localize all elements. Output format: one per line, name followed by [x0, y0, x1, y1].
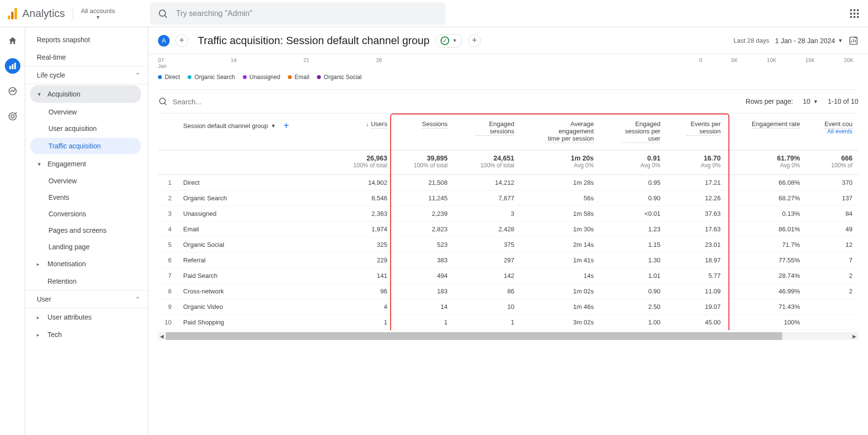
y-axis-tick: 15K [805, 57, 815, 63]
table-row[interactable]: 8Cross-network96183861m 02s0.9011.0946.9… [158, 284, 858, 299]
search-icon [158, 97, 168, 106]
table-wrapper: Session default channel group ▼ + ↓Users… [158, 113, 858, 330]
col-engagement-rate[interactable]: Engagement rate [726, 113, 806, 150]
chart-legend: DirectOrganic SearchUnassignedEmailOrgan… [158, 74, 858, 81]
table-row[interactable]: 9Organic Video414101m 46s2.5019.0771.43% [158, 299, 858, 315]
sidebar-events[interactable]: Events [25, 189, 148, 206]
x-axis-tick: 14 [231, 57, 303, 63]
sidebar-acq-overview[interactable]: Overview [25, 104, 148, 120]
caret-down-icon: ▼ [37, 92, 43, 97]
col-engaged-per-user[interactable]: Engaged sessions per user [600, 113, 666, 150]
chevron-down-icon: ▼ [271, 123, 276, 129]
pagination-range: 1-10 of 10 [828, 97, 858, 105]
add-dimension-button[interactable]: + [284, 120, 289, 131]
chevron-down-icon: ▼ [813, 99, 818, 104]
chevron-up-icon: ⌃ [135, 296, 140, 303]
table-search-input[interactable] [173, 97, 269, 106]
apps-icon[interactable] [849, 8, 860, 19]
sidebar-user-acquisition[interactable]: User acquisition [25, 120, 148, 137]
table-search[interactable] [158, 97, 269, 106]
data-table: Session default channel group ▼ + ↓Users… [158, 113, 858, 330]
global-search[interactable] [150, 2, 445, 25]
horizontal-scrollbar[interactable]: ◀ ▶ [158, 332, 858, 340]
y-axis-tick: 20K [844, 57, 853, 63]
col-event-count[interactable]: Event couAll events [806, 113, 858, 150]
explore-icon [8, 86, 17, 96]
chart-area: 07142128 Jan 05K10K15K20K DirectOrganic … [158, 54, 858, 83]
table-row[interactable]: 5Organic Social3255233752m 14s1.1523.017… [158, 237, 858, 253]
table-row[interactable]: 3Unassigned2,3632,23931m 58s<0.0137.630.… [158, 206, 858, 222]
sidebar-eng-overview[interactable]: Overview [25, 173, 148, 189]
rows-per-page-label: Rows per page: [745, 97, 793, 105]
x-axis-tick: 21 [303, 57, 376, 63]
logo[interactable]: Analytics [8, 7, 65, 20]
sidebar-engagement[interactable]: ▼ Engagement [25, 155, 148, 173]
x-axis-sublabel: Jan [158, 63, 578, 69]
legend-item[interactable]: Organic Social [317, 74, 362, 81]
add-comparison-button[interactable]: + [175, 34, 188, 47]
rows-per-page-select[interactable]: 10 ▼ [803, 97, 818, 105]
sidebar-traffic-acquisition[interactable]: Traffic acquisition [30, 138, 141, 154]
col-events-per-session[interactable]: Events per session [666, 113, 726, 150]
sidebar-realtime[interactable]: Real-time [25, 48, 148, 66]
table-row[interactable]: 10Paid Shopping1113m 02s1.0045.00100% [158, 315, 858, 330]
svg-point-13 [159, 98, 165, 104]
legend-item[interactable]: Organic Search [188, 74, 235, 81]
scroll-right-icon[interactable]: ▶ [851, 332, 858, 340]
legend-dot-icon [188, 75, 191, 79]
legend-dot-icon [158, 75, 162, 79]
caret-down-icon: ▼ [37, 161, 43, 167]
segment-avatar[interactable]: A [158, 35, 170, 47]
page-title: Traffic acquisition: Session default cha… [198, 34, 429, 47]
col-sessions[interactable]: Sessions [393, 113, 453, 150]
sidebar-acquisition[interactable]: ▼ Acquisition [30, 85, 141, 103]
scrollbar-thumb[interactable] [166, 332, 782, 340]
legend-dot-icon [317, 75, 321, 79]
scroll-left-icon[interactable]: ◀ [158, 332, 166, 340]
table-row[interactable]: 4Email1,9742,8232,4281m 30s1.2317.6386.0… [158, 222, 858, 237]
rail-reports[interactable] [5, 58, 20, 74]
svg-rect-2 [9, 66, 11, 69]
y-axis-tick: 5K [731, 57, 738, 63]
col-users[interactable]: ↓Users [333, 113, 393, 150]
sidebar-user-section[interactable]: User ⌃ [25, 290, 148, 308]
col-avg-engagement-time[interactable]: Average engagement time per session [520, 113, 600, 150]
table-row[interactable]: 1Direct14,90221,50814,2121m 28s0.9517.21… [158, 175, 858, 191]
chevron-down-icon: ▼ [95, 15, 100, 20]
customize-report-icon[interactable] [849, 36, 858, 46]
sidebar-tech[interactable]: ▸ Tech [25, 326, 148, 343]
sidebar-conversions[interactable]: Conversions [25, 206, 148, 222]
rail-advertising[interactable] [5, 109, 20, 124]
rail-explore[interactable] [5, 83, 20, 99]
table-row[interactable]: 6Referral2293832971m 41s1.3018.9777.55%7 [158, 253, 858, 268]
table-row[interactable]: 7Paid Search14149414214s1.015.7728.74%2 [158, 268, 858, 284]
add-button[interactable]: + [468, 34, 481, 47]
legend-item[interactable]: Direct [158, 74, 180, 81]
global-search-input[interactable] [176, 9, 438, 18]
y-axis-tick: 10K [767, 57, 776, 63]
brand-text: Analytics [22, 7, 65, 20]
col-engaged-sessions[interactable]: Engaged sessions [454, 113, 521, 150]
sidebar-retention[interactable]: Retention [25, 273, 148, 290]
sidebar-reports-snapshot[interactable]: Reports snapshot [25, 31, 148, 48]
table-row[interactable]: 2Organic Search8,54611,2457,67756s0.9012… [158, 191, 858, 206]
x-axis-tick: 07 [158, 57, 231, 63]
dimension-header[interactable]: Session default channel group ▼ + [177, 113, 333, 150]
account-selector-label: All accounts [81, 7, 115, 15]
sidebar-landing-page[interactable]: Landing page [25, 239, 148, 255]
sidebar-monetisation[interactable]: ▸ Monetisation [25, 255, 148, 273]
sidebar-pages-screens[interactable]: Pages and screens [25, 222, 148, 239]
sidebar-user-attributes[interactable]: ▸ User attributes [25, 308, 148, 326]
caret-right-icon: ▸ [37, 261, 43, 267]
legend-item[interactable]: Email [288, 74, 309, 81]
legend-item[interactable]: Unassigned [243, 74, 280, 81]
account-selector[interactable]: All accounts ▼ [73, 7, 115, 20]
date-range-button[interactable]: 1 Jan - 28 Jan 2024 ▼ [775, 37, 843, 45]
svg-line-8 [15, 113, 16, 114]
topbar: Analytics All accounts ▼ [0, 0, 868, 27]
sidebar-lifecycle-section[interactable]: Life cycle ⌃ [25, 66, 148, 84]
svg-rect-3 [12, 64, 13, 69]
status-chip[interactable]: ✓ ▼ [435, 34, 462, 48]
rail-home[interactable] [5, 33, 20, 48]
sidebar: Reports snapshot Real-time Life cycle ⌃ … [25, 27, 148, 435]
